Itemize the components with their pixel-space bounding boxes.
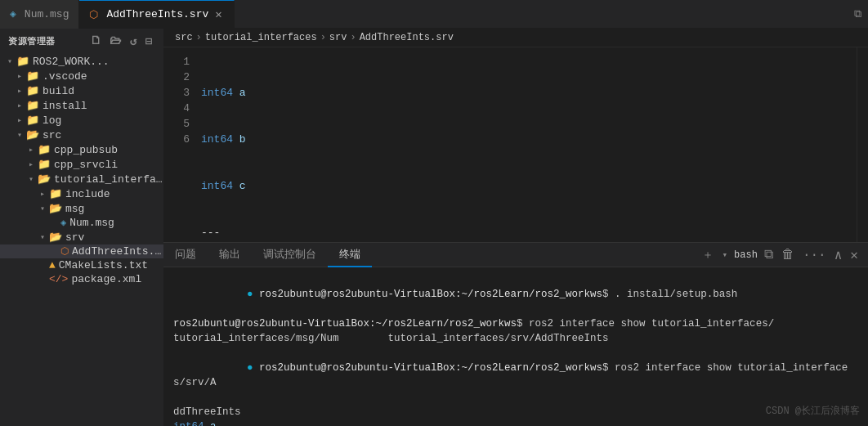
sidebar-item-build[interactable]: ▸ 📁 build — [0, 83, 163, 98]
msg-file-icon: ◈ — [10, 7, 16, 20]
msg-arrow: ▾ — [36, 204, 49, 213]
term-line-1: ● ros2ubuntu@ros2ubuntu-VirtualBox:~/ros… — [173, 272, 858, 316]
addthreeints-label: AddThreeInts.srv — [72, 245, 163, 258]
sidebar-item-addthreeints[interactable]: ▸ ⬡ AddThreeInts.srv — [0, 244, 163, 258]
tab-close-button[interactable]: ✕ — [213, 7, 223, 22]
sidebar-item-install[interactable]: ▸ 📁 install — [0, 98, 163, 113]
tab-actions: ⧉ — [848, 8, 868, 20]
cpp-srvcli-label: cpp_srvcli — [54, 159, 118, 171]
breadcrumb-file[interactable]: AddThreeInts.srv — [360, 32, 454, 43]
tutorial-label: tutorial_interfaces — [54, 173, 163, 186]
sidebar-item-tutorial-interfaces[interactable]: ▾ 📂 tutorial_interfaces — [0, 172, 163, 186]
src-arrow: ▾ — [13, 130, 26, 140]
editor-body: 1 2 3 4 5 6 int64 a int64 b int64 c --- … — [163, 47, 868, 242]
sidebar-title: 资源管理器 — [8, 35, 56, 47]
tab-debug-console[interactable]: 调试控制台 — [252, 243, 328, 267]
sidebar-item-package-xml[interactable]: ▸ </> package.xml — [0, 272, 163, 286]
sidebar-item-vscode[interactable]: ▸ 📁 .vscode — [0, 69, 163, 83]
terminal-dropdown-icon[interactable]: ▾ — [720, 248, 729, 262]
sep3: › — [350, 32, 356, 43]
sep2: › — [320, 32, 326, 43]
cpp-pubsub-icon: 📁 — [38, 143, 51, 156]
tab-problems[interactable]: 问题 — [163, 243, 208, 267]
srv-folder-icon: 📂 — [49, 231, 62, 244]
term-line-6: int64 a — [173, 419, 858, 426]
new-folder-icon[interactable]: 🗁 — [107, 34, 124, 49]
maximize-icon[interactable]: ∧ — [833, 245, 844, 265]
build-label: build — [43, 85, 74, 97]
install-label: install — [43, 100, 87, 112]
sidebar-item-cpp-pubsub[interactable]: ▸ 📁 cpp_pubsub — [0, 142, 163, 157]
sidebar-header: 资源管理器 🗋 🗁 ↺ ⊟ — [0, 29, 163, 54]
build-folder-icon: 📁 — [26, 84, 39, 97]
term-line-2: ros2ubuntu@ros2ubuntu-VirtualBox:~/ros2L… — [173, 316, 858, 331]
srv-file-icon: ⬡ — [89, 8, 98, 21]
main-content: 资源管理器 🗋 🗁 ↺ ⊟ ▾ 📁 ROS2_WORK... ▸ — [0, 29, 868, 426]
install-arrow: ▸ — [13, 101, 26, 110]
cpp-srvcli-icon: 📁 — [38, 158, 51, 171]
collapse-icon[interactable]: ⊟ — [143, 34, 155, 49]
sidebar-item-msg[interactable]: ▾ 📂 msg — [0, 201, 163, 216]
close-panel-icon[interactable]: ✕ — [848, 245, 860, 265]
line-numbers: 1 2 3 4 5 6 — [163, 47, 198, 242]
breadcrumb: src › tutorial_interfaces › srv › AddThr… — [163, 29, 868, 47]
tab-problems-label: 问题 — [175, 247, 196, 262]
tab-output[interactable]: 输出 — [208, 243, 252, 267]
term-line-3: tutorial_interfaces/msg/Num tutorial_int… — [173, 331, 858, 346]
tree-root[interactable]: ▾ 📁 ROS2_WORK... — [0, 54, 163, 69]
sidebar-item-cmakelists[interactable]: ▸ ▲ CMakeLists.txt — [0, 258, 163, 272]
code-editor[interactable]: int64 a int64 b int64 c --- int64 sum — [198, 47, 857, 242]
more-icon[interactable]: ··· — [801, 246, 828, 264]
num-msg-icon: ◈ — [60, 217, 66, 229]
bash-label: bash — [734, 249, 758, 261]
cpp-srvcli-arrow: ▸ — [25, 159, 38, 169]
terminal-panel: 问题 输出 调试控制台 终端 ＋ ▾ bash — [163, 242, 868, 426]
install-folder-icon: 📁 — [26, 99, 39, 112]
sidebar-item-log[interactable]: ▸ 📁 log — [0, 113, 163, 128]
root-label: ROS2_WORK... — [33, 56, 110, 68]
include-icon: 📁 — [49, 187, 62, 200]
num-msg-label: Num.msg — [69, 217, 114, 229]
cpp-pubsub-arrow: ▸ — [25, 145, 38, 155]
terminal-body[interactable]: ● ros2ubuntu@ros2ubuntu-VirtualBox:~/ros… — [163, 267, 868, 426]
breadcrumb-src[interactable]: src — [175, 32, 193, 43]
xml-icon: </> — [49, 273, 68, 285]
tab-terminal[interactable]: 终端 — [328, 243, 372, 267]
srv-folder-arrow: ▾ — [36, 232, 49, 242]
log-label: log — [43, 114, 61, 127]
trash-icon[interactable]: 🗑 — [780, 245, 796, 264]
log-folder-icon: 📁 — [26, 114, 39, 127]
add-terminal-icon[interactable]: ＋ — [700, 246, 715, 264]
cmake-icon: ▲ — [49, 259, 56, 271]
sidebar-header-icons: 🗋 🗁 ↺ ⊟ — [87, 34, 155, 49]
split-terminal-icon[interactable]: ⧉ — [763, 245, 775, 264]
code-line-1: int64 a — [201, 85, 857, 101]
term-line-4: ● ros2ubuntu@ros2ubuntu-VirtualBox:~/ros… — [173, 346, 858, 405]
srv-folder-label: srv — [65, 231, 84, 244]
new-file-icon[interactable]: 🗋 — [87, 34, 105, 49]
vscode-label: .vscode — [43, 70, 87, 83]
root-arrow: ▾ — [3, 56, 16, 66]
sidebar-item-num-msg[interactable]: ▸ ◈ Num.msg — [0, 216, 163, 230]
sidebar-item-cpp-srvcli[interactable]: ▸ 📁 cpp_srvcli — [0, 157, 163, 172]
tab-num-msg[interactable]: ◈ Num.msg — [0, 0, 79, 29]
msg-folder-icon: 📂 — [49, 202, 62, 215]
sidebar-item-src[interactable]: ▾ 📂 src — [0, 128, 163, 142]
tab-terminal-label: 终端 — [339, 247, 360, 262]
vscode-arrow: ▸ — [13, 71, 26, 81]
term-prompt-4: ● — [247, 362, 259, 374]
sidebar-item-include[interactable]: ▸ 📁 include — [0, 186, 163, 201]
breadcrumb-srv[interactable]: srv — [329, 32, 347, 43]
refresh-icon[interactable]: ↺ — [128, 34, 140, 49]
cpp-pubsub-label: cpp_pubsub — [54, 144, 118, 156]
split-editor-icon[interactable]: ⧉ — [854, 8, 861, 20]
cmake-label: CMakeLists.txt — [59, 259, 148, 271]
include-label: include — [65, 188, 110, 200]
sidebar-item-srv-folder[interactable]: ▾ 📂 srv — [0, 230, 163, 244]
vscode-folder-icon: 📁 — [26, 70, 39, 83]
terminal-tabs: 问题 输出 调试控制台 终端 ＋ ▾ bash — [163, 243, 868, 267]
tab-addthreeints-srv[interactable]: ⬡ AddThreeInts.srv ✕ — [79, 0, 234, 29]
breadcrumb-tutorial[interactable]: tutorial_interfaces — [205, 32, 317, 43]
minimap — [857, 47, 868, 242]
tab-num-msg-label: Num.msg — [25, 8, 69, 20]
